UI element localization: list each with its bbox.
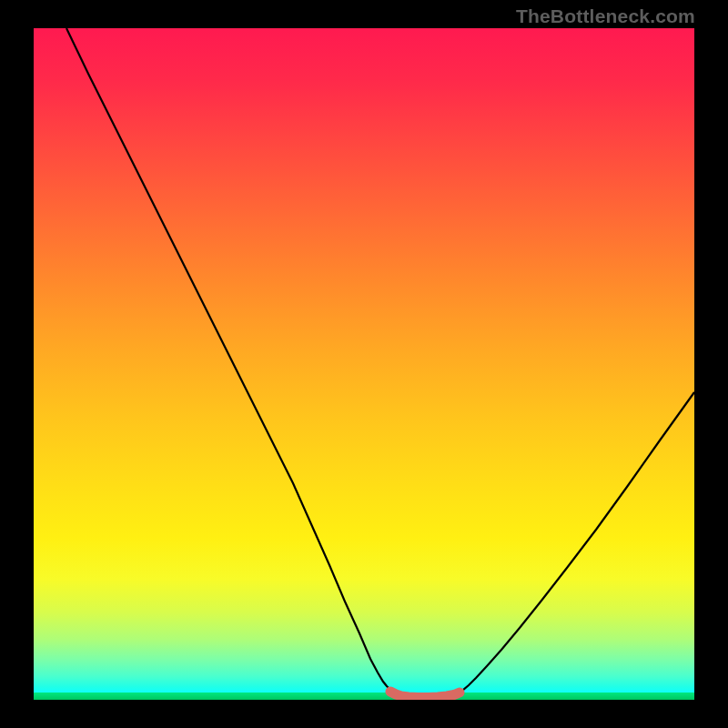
watermark-text: TheBottleneck.com <box>516 5 695 27</box>
trough-band <box>390 692 460 698</box>
outer-frame: TheBottleneck.com <box>0 0 728 728</box>
curves-overlay <box>34 28 694 700</box>
plot-area <box>34 28 694 700</box>
left-curve <box>66 28 393 693</box>
right-curve <box>460 392 694 693</box>
